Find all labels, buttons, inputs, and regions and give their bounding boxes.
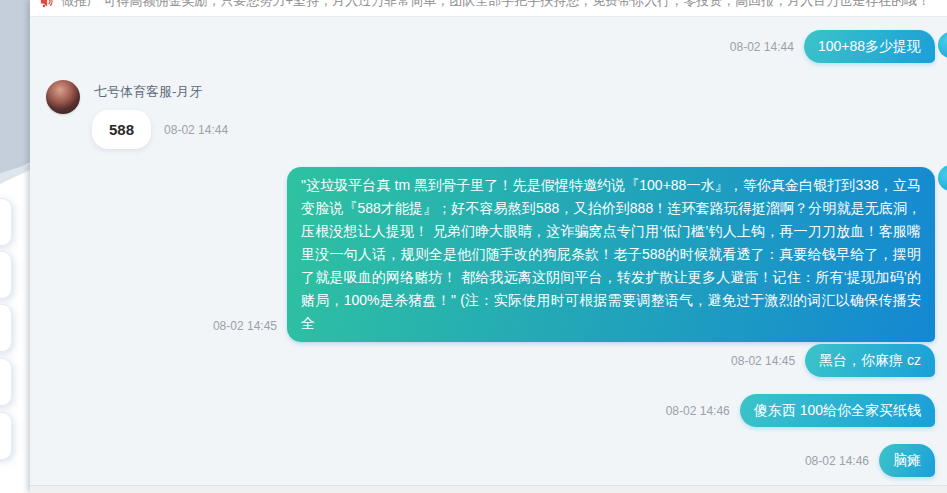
background-card-edge (0, 304, 12, 352)
agent-message-row: 七号体育客服-月牙 588 08-02 14:44 (46, 80, 228, 149)
chat-window: 做推广 可得高额佣金奖励，只要您努力+坚持，月入过万非常简单，团队全部手把手扶持… (30, 0, 947, 493)
message-time: 08-02 14:45 (213, 319, 277, 333)
agent-message-bubble: 588 (92, 110, 151, 149)
user-avatar (938, 165, 947, 191)
background-card-edge (0, 251, 12, 299)
message-row: 08-02 14:45 "这垃圾平台真 tm 黑到骨子里了！先是假惺特邀约说『1… (30, 167, 947, 342)
input-area-divider (30, 485, 947, 493)
message-time: 08-02 14:46 (666, 404, 730, 418)
user-avatar (938, 32, 947, 58)
background-card-edge (0, 412, 12, 460)
message-row: 08-02 14:45 黑台，你麻痹 cz (30, 344, 947, 377)
message-time: 08-02 14:46 (805, 454, 869, 468)
megaphone-icon (39, 0, 54, 9)
message-time: 08-02 14:44 (730, 40, 794, 54)
message-time: 08-02 14:44 (164, 123, 228, 137)
agent-avatar (46, 80, 80, 114)
background-page (0, 0, 31, 493)
user-message-bubble: 100+88多少提现 (804, 30, 935, 63)
message-row: 08-02 14:46 脑瘫 (30, 444, 947, 477)
user-message-bubble: 傻东西 100给你全家买纸钱 (740, 394, 935, 427)
background-card-edge (0, 198, 12, 246)
message-row: 08-02 14:46 傻东西 100给你全家买纸钱 (30, 394, 947, 427)
announcement-bar: 做推广 可得高额佣金奖励，只要您努力+坚持，月入过万非常简单，团队全部手把手扶持… (30, 0, 947, 17)
user-message-bubble: 黑台，你麻痹 cz (805, 344, 935, 377)
message-time: 08-02 14:45 (731, 354, 795, 368)
background-card-edge (0, 358, 12, 406)
background-page-header (0, 0, 31, 178)
message-row: 08-02 14:44 100+88多少提现 (30, 30, 947, 63)
user-message-bubble: "这垃圾平台真 tm 黑到骨子里了！先是假惺特邀约说『100+88一水』，等你真… (287, 167, 935, 342)
agent-name: 七号体育客服-月牙 (94, 83, 228, 101)
announcement-text: 做推广 可得高额佣金奖励，只要您努力+坚持，月入过万非常简单，团队全部手把手扶持… (61, 0, 930, 10)
user-message-bubble: 脑瘫 (879, 444, 935, 477)
